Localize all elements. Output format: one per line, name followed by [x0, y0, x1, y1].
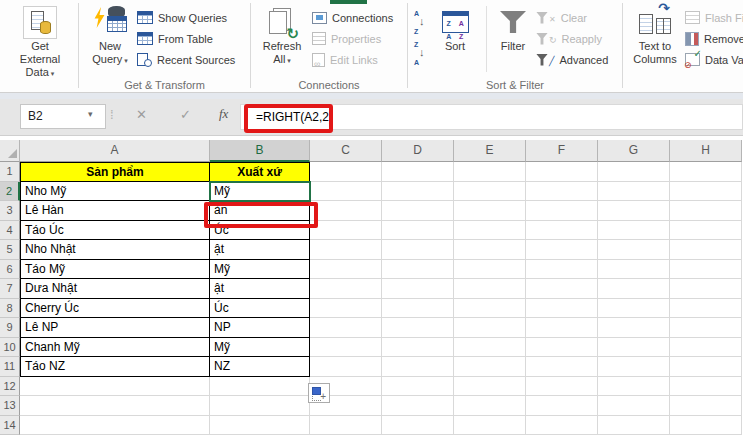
cell-F1[interactable] — [526, 162, 598, 182]
col-header-F[interactable]: F — [526, 140, 598, 162]
cell-B8[interactable]: Úc — [210, 299, 310, 319]
cell-E4[interactable] — [454, 221, 526, 241]
row-header-10[interactable]: 10 — [0, 338, 20, 358]
cell-E1[interactable] — [454, 162, 526, 182]
recent-sources-button[interactable]: Recent Sources — [137, 49, 235, 70]
cell-G1[interactable] — [598, 162, 670, 182]
cell-A11[interactable]: Táo NZ — [20, 357, 210, 377]
cell-E9[interactable] — [454, 318, 526, 338]
cell-B5[interactable]: ật — [210, 240, 310, 260]
cell-H8[interactable] — [670, 299, 742, 319]
remove-duplicates-button[interactable]: Remove Duplicates — [685, 28, 743, 49]
cell-H11[interactable] — [670, 357, 742, 377]
cell-D14[interactable] — [382, 416, 454, 435]
cell-D7[interactable] — [382, 279, 454, 299]
cell-A13[interactable] — [20, 396, 210, 416]
row-header-6[interactable]: 6 — [0, 260, 20, 280]
cell-B13[interactable] — [210, 396, 310, 416]
row-header-9[interactable]: 9 — [0, 318, 20, 338]
enter-icon[interactable] — [180, 107, 191, 122]
edit-links-button[interactable]: Edit Links — [312, 49, 393, 70]
cell-G14[interactable] — [598, 416, 670, 435]
cell-G7[interactable] — [598, 279, 670, 299]
cell-F6[interactable] — [526, 260, 598, 280]
cell-E12[interactable] — [454, 377, 526, 397]
cell-E7[interactable] — [454, 279, 526, 299]
cell-A4[interactable]: Táo Úc — [20, 221, 210, 241]
cell-H7[interactable] — [670, 279, 742, 299]
cell-A12[interactable] — [20, 377, 210, 397]
name-box[interactable]: B2 — [20, 104, 106, 129]
cell-F11[interactable] — [526, 357, 598, 377]
get-external-data-button[interactable]: Get External Data — [11, 4, 69, 80]
clear-filter-button[interactable]: Clear — [536, 7, 608, 28]
cell-E2[interactable] — [454, 182, 526, 202]
cell-D8[interactable] — [382, 299, 454, 319]
cell-E5[interactable] — [454, 240, 526, 260]
cell-H9[interactable] — [670, 318, 742, 338]
cell-B12[interactable] — [210, 377, 310, 397]
cell-B11[interactable]: NZ — [210, 357, 310, 377]
text-to-columns-button[interactable]: Text to Columns — [630, 4, 680, 66]
name-box-dropdown-icon[interactable] — [88, 109, 93, 119]
cell-D13[interactable] — [382, 396, 454, 416]
cell-F10[interactable] — [526, 338, 598, 358]
col-header-H[interactable]: H — [670, 140, 742, 162]
show-queries-button[interactable]: Show Queries — [137, 7, 235, 28]
col-header-B[interactable]: B — [210, 140, 310, 162]
cell-A10[interactable]: Chanh Mỹ — [20, 338, 210, 358]
cell-D6[interactable] — [382, 260, 454, 280]
cell-B10[interactable]: Mỹ — [210, 338, 310, 358]
row-header-13[interactable]: 13 — [0, 396, 20, 416]
cell-C1[interactable] — [310, 162, 382, 182]
cell-A3[interactable]: Lê Hàn — [20, 201, 210, 221]
cell-C7[interactable] — [310, 279, 382, 299]
sort-descending-button[interactable] — [414, 40, 434, 62]
cell-A2[interactable]: Nho Mỹ — [20, 182, 210, 202]
cell-H14[interactable] — [670, 416, 742, 435]
row-header-12[interactable]: 12 — [0, 377, 20, 397]
cancel-icon[interactable] — [136, 107, 147, 122]
data-validation-button[interactable]: Data Validation — [685, 49, 743, 70]
row-header-1[interactable]: 1 — [0, 162, 20, 182]
cell-D3[interactable] — [382, 201, 454, 221]
cell-A14[interactable] — [20, 416, 210, 435]
col-header-D[interactable]: D — [382, 140, 454, 162]
cell-G13[interactable] — [598, 396, 670, 416]
row-header-14[interactable]: 14 — [0, 416, 20, 435]
cell-C14[interactable] — [310, 416, 382, 435]
cell-H13[interactable] — [670, 396, 742, 416]
cell-A5[interactable]: Nho Nhật — [20, 240, 210, 260]
connections-button[interactable]: Connections — [312, 7, 393, 28]
cell-B1[interactable]: Xuất xứ — [210, 162, 310, 182]
cell-G8[interactable] — [598, 299, 670, 319]
cell-C11[interactable] — [310, 357, 382, 377]
cell-F5[interactable] — [526, 240, 598, 260]
cell-H6[interactable] — [670, 260, 742, 280]
select-all-corner[interactable] — [0, 140, 20, 162]
cell-E13[interactable] — [454, 396, 526, 416]
cell-F13[interactable] — [526, 396, 598, 416]
flash-fill-button[interactable]: Flash Fill — [685, 7, 743, 28]
col-header-G[interactable]: G — [598, 140, 670, 162]
cell-D4[interactable] — [382, 221, 454, 241]
col-header-A[interactable]: A — [20, 140, 210, 162]
cell-D12[interactable] — [382, 377, 454, 397]
cell-E8[interactable] — [454, 299, 526, 319]
col-header-E[interactable]: E — [454, 140, 526, 162]
row-header-8[interactable]: 8 — [0, 299, 20, 319]
refresh-all-button[interactable]: Refresh All — [258, 4, 306, 67]
filter-button[interactable]: Filter — [494, 4, 532, 53]
cell-D9[interactable] — [382, 318, 454, 338]
cell-E3[interactable] — [454, 201, 526, 221]
cell-B14[interactable] — [210, 416, 310, 435]
cell-D11[interactable] — [382, 357, 454, 377]
cell-G10[interactable] — [598, 338, 670, 358]
col-header-C[interactable]: C — [310, 140, 382, 162]
cell-D1[interactable] — [382, 162, 454, 182]
cell-C5[interactable] — [310, 240, 382, 260]
cell-D5[interactable] — [382, 240, 454, 260]
cell-C10[interactable] — [310, 338, 382, 358]
cell-D10[interactable] — [382, 338, 454, 358]
autofill-options-button[interactable] — [308, 383, 330, 403]
